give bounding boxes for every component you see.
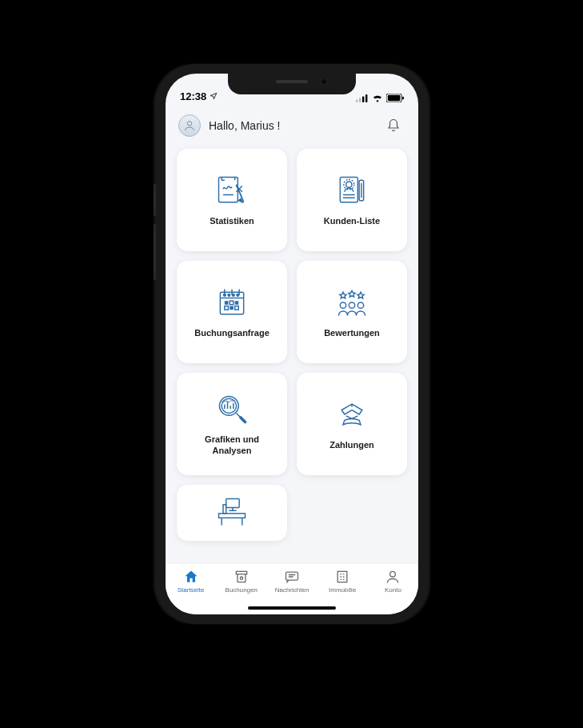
app-header: Hallo, Marius ! — [166, 104, 418, 144]
svg-point-33 — [240, 577, 242, 579]
card-label: Grafiken und Analysen — [185, 434, 279, 457]
card-desk[interactable] — [177, 485, 287, 541]
nav-label: Buchungen — [226, 586, 258, 594]
svg-rect-18 — [225, 301, 229, 305]
signal-icon — [356, 94, 369, 102]
svg-rect-32 — [236, 571, 246, 574]
svg-rect-30 — [219, 514, 246, 518]
svg-rect-20 — [235, 301, 239, 305]
svg-point-27 — [219, 397, 238, 416]
phone-screen: 12:38 — [166, 74, 418, 614]
svg-rect-34 — [286, 572, 298, 580]
nav-label: Nachrichten — [275, 586, 309, 594]
messages-icon — [284, 569, 300, 585]
svg-point-17 — [237, 294, 239, 297]
svg-rect-19 — [230, 301, 234, 305]
svg-point-26 — [357, 302, 363, 308]
card-label: Statistiken — [210, 216, 254, 227]
nav-label: Konto — [385, 586, 401, 594]
svg-point-14 — [223, 294, 226, 297]
svg-rect-3 — [365, 94, 367, 102]
account-icon — [385, 569, 401, 585]
svg-point-24 — [340, 302, 345, 308]
notification-bell-icon[interactable] — [381, 114, 405, 138]
svg-point-16 — [232, 294, 234, 297]
svg-point-7 — [187, 122, 191, 126]
svg-rect-21 — [225, 306, 229, 310]
avatar[interactable] — [178, 114, 201, 137]
booking-request-icon — [214, 285, 250, 320]
nav-label: Startseite — [178, 586, 205, 594]
card-zahlungen[interactable]: Zahlungen — [297, 373, 407, 475]
analytics-icon — [214, 391, 250, 426]
nav-label: Immobilie — [329, 586, 356, 594]
svg-rect-23 — [235, 306, 239, 310]
greeting-text: Hallo, Marius ! — [209, 119, 280, 132]
card-bewertungen[interactable]: Bewertungen — [297, 261, 407, 363]
customer-list-icon — [334, 173, 369, 208]
dashboard-content: Statistiken — [166, 144, 418, 563]
wifi-icon — [372, 94, 383, 102]
home-indicator[interactable] — [248, 606, 336, 610]
card-label: Zahlungen — [329, 440, 374, 451]
svg-point-28 — [222, 398, 236, 413]
reviews-icon — [334, 285, 369, 320]
card-buchungsanfrage[interactable]: Buchungsanfrage — [177, 261, 287, 363]
card-label: Buchungsanfrage — [194, 328, 270, 339]
location-arrow-icon — [210, 90, 218, 102]
nav-konto[interactable]: Konto — [368, 569, 418, 614]
desk-icon — [214, 494, 250, 530]
svg-rect-35 — [337, 571, 347, 582]
phone-device-frame: 12:38 — [156, 64, 428, 624]
battery-icon — [386, 94, 404, 102]
svg-rect-0 — [356, 99, 357, 102]
svg-rect-9 — [340, 178, 357, 202]
svg-point-10 — [346, 182, 352, 187]
svg-rect-8 — [219, 178, 238, 202]
card-label: Bewertungen — [324, 328, 380, 339]
svg-point-25 — [349, 302, 354, 308]
card-statistiken[interactable]: Statistiken — [177, 149, 287, 251]
svg-rect-22 — [230, 306, 234, 310]
svg-rect-1 — [359, 98, 361, 102]
property-icon — [334, 569, 350, 585]
home-icon — [183, 569, 199, 585]
svg-rect-5 — [388, 95, 401, 101]
svg-rect-31 — [223, 505, 226, 514]
status-time: 12:38 — [180, 90, 206, 102]
stats-icon — [214, 173, 250, 208]
bookings-icon — [234, 569, 250, 585]
phone-notch — [228, 74, 356, 94]
card-label: Kunden-Liste — [324, 216, 380, 227]
svg-rect-6 — [402, 97, 404, 100]
card-grafiken[interactable]: Grafiken und Analysen — [177, 373, 287, 475]
svg-rect-29 — [226, 499, 240, 508]
svg-rect-2 — [362, 96, 364, 102]
svg-point-15 — [228, 294, 230, 297]
card-kundenliste[interactable]: Kunden-Liste — [297, 149, 407, 251]
svg-point-36 — [390, 571, 396, 577]
nav-startseite[interactable]: Startseite — [166, 569, 216, 614]
payments-icon — [334, 397, 369, 432]
